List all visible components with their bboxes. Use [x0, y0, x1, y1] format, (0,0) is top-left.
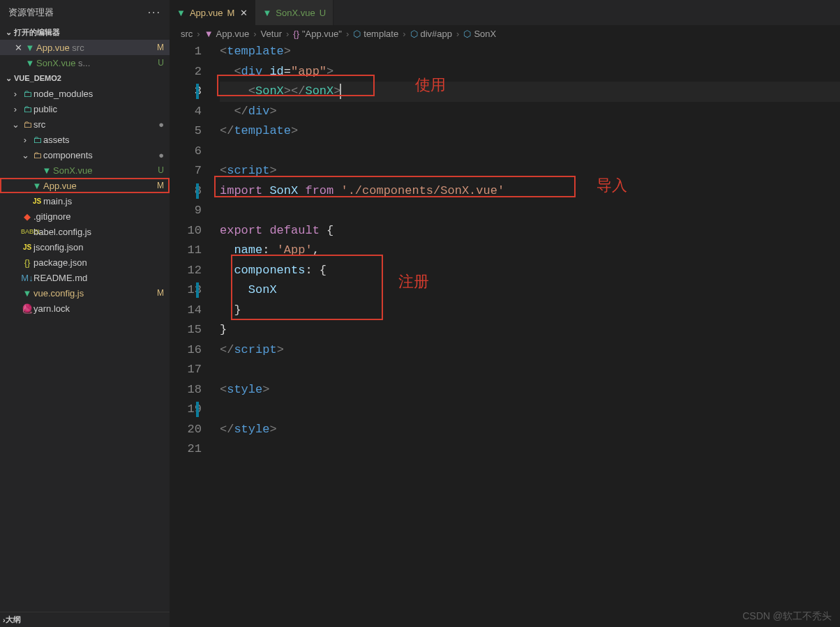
- tree-item[interactable]: ▼vue.config.jsM: [0, 285, 170, 301]
- breadcrumb-item[interactable]: ⬡SonX: [463, 29, 496, 39]
- tree-item[interactable]: ›🗀public: [0, 101, 170, 116]
- chevron-right-icon: ›: [10, 104, 21, 114]
- code-line[interactable]: SonX: [220, 280, 840, 301]
- line-number: 10: [170, 221, 202, 241]
- code-line[interactable]: [220, 360, 840, 380]
- explorer-sidebar: 资源管理器 ··· ⌄ 打开的编辑器 ✕▼App.vue srcM▼SonX.v…: [0, 0, 170, 627]
- gutter-modified-indicator: [196, 183, 199, 199]
- tab-filename: SonX.vue: [276, 8, 315, 18]
- code-line[interactable]: export default {: [220, 221, 840, 241]
- line-number: 15: [170, 320, 202, 340]
- code-line[interactable]: </div>: [220, 102, 840, 122]
- gutter-modified-indicator: [196, 282, 199, 298]
- breadcrumb-item[interactable]: ⬡template: [353, 29, 398, 39]
- chevron-down-icon: ⌄: [10, 119, 21, 130]
- breadcrumbs[interactable]: src›▼App.vue›Vetur›{}"App.vue"›⬡template…: [170, 25, 840, 42]
- code-line[interactable]: [220, 142, 840, 162]
- symbol-icon: ▼: [204, 29, 213, 39]
- tree-item[interactable]: BABELbabel.config.js: [0, 224, 170, 239]
- code-line[interactable]: <SonX></SonX>: [220, 82, 840, 102]
- line-number: 19: [170, 400, 202, 420]
- open-editor-item[interactable]: ▼SonX.vue s...U: [0, 55, 170, 70]
- file-label: SonX.vue s...: [36, 58, 155, 68]
- code-line[interactable]: [220, 400, 840, 420]
- code-line[interactable]: name: 'App',: [220, 241, 840, 261]
- folder-open-icon: 🗀: [21, 119, 33, 130]
- code-line[interactable]: <template>: [220, 42, 840, 62]
- open-editor-item[interactable]: ✕▼App.vue srcM: [0, 40, 170, 55]
- file-label: README.md: [33, 273, 164, 283]
- folder-icon: 🗀: [21, 104, 33, 114]
- code-line[interactable]: <div id="app">: [220, 62, 840, 82]
- code-line[interactable]: [220, 201, 840, 221]
- tree-item[interactable]: ⌄🗀src●: [0, 116, 170, 132]
- tree-item[interactable]: ⌄🗀components●: [0, 147, 170, 163]
- tree-item[interactable]: ›🗀node_modules: [0, 86, 170, 101]
- tree-item[interactable]: {}package.json: [0, 255, 170, 270]
- chevron-right-icon: ›: [20, 135, 31, 145]
- close-icon[interactable]: ✕: [13, 43, 24, 53]
- tree-item[interactable]: JSjsconfig.json: [0, 239, 170, 255]
- line-number: 20: [170, 420, 202, 440]
- project-name: VUE_DEMO2: [14, 74, 61, 82]
- breadcrumb-item[interactable]: ▼App.vue: [204, 29, 250, 39]
- line-gutter: 123456789101112131415161718192021: [170, 42, 220, 627]
- file-label: assets: [43, 135, 164, 145]
- tree-item[interactable]: M↓README.md: [0, 270, 170, 285]
- symbol-icon: ⬡: [353, 29, 361, 39]
- line-number: 2: [170, 62, 202, 82]
- line-number: 3: [170, 82, 202, 102]
- vue-icon: ▼: [21, 288, 33, 299]
- project-header[interactable]: ⌄ VUE_DEMO2: [0, 70, 170, 86]
- line-number: 8: [170, 181, 202, 202]
- gutter-modified-indicator: [196, 84, 199, 99]
- breadcrumb-item[interactable]: {}"App.vue": [293, 29, 342, 39]
- code-line[interactable]: [220, 439, 840, 460]
- file-label: components: [43, 150, 156, 160]
- tree-item[interactable]: ▼SonX.vueU: [0, 163, 170, 178]
- code-editor[interactable]: 123456789101112131415161718192021 使用 导入 …: [170, 42, 840, 627]
- code-line[interactable]: <script>: [220, 161, 840, 181]
- tree-item[interactable]: JSmain.js: [0, 193, 170, 209]
- tree-item[interactable]: ›🗀assets: [0, 132, 170, 147]
- open-editors-header[interactable]: ⌄ 打开的编辑器: [0, 24, 170, 40]
- breadcrumb-item[interactable]: src: [181, 29, 193, 39]
- tree-item[interactable]: 🧶yarn.lock: [0, 301, 170, 316]
- tree-item[interactable]: ▼App.vueM: [0, 178, 170, 193]
- code-line[interactable]: }: [220, 301, 840, 321]
- close-tab-icon[interactable]: ✕: [240, 8, 248, 18]
- file-label: public: [33, 104, 164, 114]
- code-line[interactable]: </style>: [220, 420, 840, 440]
- gutter-modified-indicator: [196, 402, 199, 417]
- more-actions-icon[interactable]: ···: [148, 6, 161, 19]
- chevron-down-icon: ⌄: [3, 28, 14, 37]
- modified-dot-icon: ●: [158, 150, 164, 160]
- symbol-icon: ⬡: [410, 29, 418, 39]
- editor-tab[interactable]: ▼SonX.vueU: [255, 0, 333, 25]
- file-tree: ›🗀node_modules›🗀public⌄🗀src●›🗀assets⌄🗀co…: [0, 86, 170, 612]
- code-line[interactable]: <style>: [220, 380, 840, 400]
- code-line[interactable]: }: [220, 320, 840, 340]
- file-label: SonX.vue: [53, 165, 155, 176]
- breadcrumb-item[interactable]: Vetur: [261, 29, 282, 39]
- line-number: 4: [170, 102, 202, 122]
- breadcrumb-item[interactable]: ⬡div#app: [410, 29, 453, 39]
- vue-icon: ▼: [24, 58, 36, 68]
- vue-icon: ▼: [24, 43, 36, 53]
- editor-tab[interactable]: ▼App.vueM✕: [170, 0, 255, 25]
- explorer-header: 资源管理器 ···: [0, 0, 170, 24]
- tree-item[interactable]: ◆.gitignore: [0, 209, 170, 224]
- git-icon: ◆: [21, 211, 33, 222]
- git-status-badge: U: [158, 58, 164, 68]
- code-line[interactable]: components: {: [220, 261, 840, 281]
- file-label: package.json: [33, 257, 164, 268]
- tab-git-status: U: [320, 8, 326, 18]
- code-line[interactable]: import SonX from './components/SonX.vue': [220, 181, 840, 202]
- outline-header[interactable]: › 大纲: [0, 612, 170, 627]
- file-label: babel.config.js: [33, 227, 164, 237]
- file-label: App.vue src: [36, 43, 154, 53]
- code-line[interactable]: </script>: [220, 340, 840, 361]
- code-line[interactable]: </template>: [220, 121, 840, 142]
- yarn-icon: 🧶: [21, 303, 33, 314]
- code-content[interactable]: 使用 导入 注册 <template> <div id="app"> <SonX…: [220, 42, 840, 627]
